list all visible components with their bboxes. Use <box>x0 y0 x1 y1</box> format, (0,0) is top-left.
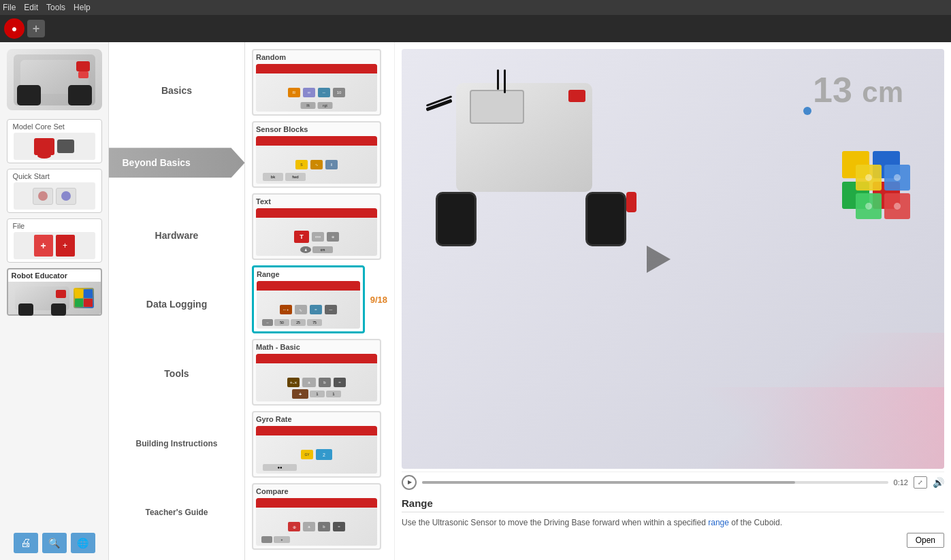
text-image: T ∞∞ ⊕ ♟ cm <box>256 208 377 256</box>
program-card-random[interactable]: Random R ∞ ↔ 10 lft rgt <box>252 49 381 116</box>
globe-icon-button[interactable]: 🌐 <box>71 533 95 553</box>
menu-file[interactable]: File <box>3 3 16 12</box>
desc-text-part1: Use the Ultrasonic Sensor to move the Dr… <box>402 518 708 527</box>
menu-help[interactable]: Help <box>74 3 91 12</box>
play-button[interactable] <box>402 475 417 490</box>
fullscreen-button[interactable]: ⤢ <box>914 476 927 489</box>
video-time: 0:12 <box>894 478 908 487</box>
gyro-rate-title: Gyro Rate <box>256 415 377 423</box>
nav-building-instructions[interactable]: Building Instructions <box>116 431 238 455</box>
video-area: 13 cm <box>402 49 944 469</box>
teachers-guide-label: Teacher's Guide <box>146 508 208 517</box>
program-card-text[interactable]: Text T ∞∞ ⊕ ♟ cm <box>252 193 381 260</box>
robot-illustration <box>422 63 640 253</box>
robot-image-inner <box>14 54 95 105</box>
file-label: File <box>10 222 25 230</box>
nav-beyond-basics-wrapper: Beyond Basics <box>109 148 245 178</box>
quick-start-icon <box>14 182 95 210</box>
model-core-set-label: Model Core Set <box>10 122 65 131</box>
fullscreen-icon: ⤢ <box>918 479 923 486</box>
random-image: R ∞ ↔ 10 lft rgt <box>256 64 377 112</box>
add-tab-button[interactable]: + <box>27 20 45 37</box>
nav-data-logging[interactable]: Data Logging <box>116 293 238 316</box>
decorative-gradient <box>672 333 944 469</box>
sidebar-card-model-core-set[interactable]: Model Core Set <box>7 119 102 163</box>
menu-bar: File Edit Tools Help <box>0 0 951 15</box>
main-layout: Model Core Set Quick Start File <box>0 42 951 560</box>
nav-tools[interactable]: Tools <box>116 362 238 385</box>
tools-label: Tools <box>164 368 189 379</box>
range-title: Range <box>257 270 360 278</box>
middle-section: Random R ∞ ↔ 10 lft rgt S <box>245 42 951 560</box>
data-logging-label: Data Logging <box>146 299 207 310</box>
dimension-unit: cm <box>862 76 903 108</box>
open-button[interactable]: Open <box>907 533 944 548</box>
dimension-display: 13 cm <box>813 69 903 110</box>
nav-beyond-basics[interactable]: Beyond Basics <box>109 148 245 178</box>
dimension-dot <box>803 107 811 115</box>
dimension-value: 13 <box>813 70 852 110</box>
program-card-compare[interactable]: Compare ⊕ a b = + <box>252 483 381 550</box>
print-icon: 🖨 <box>20 537 31 549</box>
robot-main-image <box>7 49 102 110</box>
toolbar: + <box>0 15 951 42</box>
file-icon: + + <box>14 232 95 259</box>
program-card-math-basic[interactable]: Math - Basic +-× a b = + 1 1 <box>252 339 381 406</box>
cuboid-blocks <box>835 144 924 233</box>
text-title: Text <box>256 197 377 205</box>
desc-text-part2: of the Cuboid. <box>729 518 782 527</box>
building-instructions-label: Building Instructions <box>136 439 218 448</box>
right-panel: 13 cm <box>395 42 951 560</box>
page-counter: 9/18 <box>370 295 387 305</box>
program-card-range[interactable]: Range ↔+ ∿ ≈ — ↔ 50 25 75 <box>252 265 365 333</box>
play-arrow-decoration <box>647 246 671 273</box>
left-sidebar: Model Core Set Quick Start File <box>0 42 109 560</box>
range-row: Range ↔+ ∿ ≈ — ↔ 50 25 75 <box>252 265 387 333</box>
search-icon-button[interactable]: 🔍 <box>42 533 67 553</box>
left-bottom-toolbar: 🖨 🔍 🌐 <box>14 533 95 553</box>
math-basic-image: +-× a b = + 1 1 <box>256 354 377 401</box>
program-list: Random R ∞ ↔ 10 lft rgt S <box>245 42 395 560</box>
basics-label: Basics <box>161 85 192 96</box>
search-icon: 🔍 <box>48 538 60 548</box>
range-image: ↔+ ∿ ≈ — ↔ 50 25 75 <box>257 281 360 329</box>
beyond-basics-label: Beyond Basics <box>123 157 191 168</box>
video-controls: 0:12 ⤢ 🔊 <box>402 472 944 492</box>
center-navigation: Basics Beyond Basics Hardware Data Loggi… <box>109 42 245 560</box>
print-icon-button[interactable]: 🖨 <box>14 533 38 553</box>
scrubber-fill <box>422 481 795 484</box>
volume-icon: 🔊 <box>933 477 944 488</box>
hardware-label: Hardware <box>155 230 199 241</box>
sensor-blocks-title: Sensor Blocks <box>256 125 377 133</box>
svg-point-8 <box>865 174 872 181</box>
robot-educator-label: Robot Educator <box>8 269 101 282</box>
compare-title: Compare <box>256 487 377 495</box>
nav-hardware[interactable]: Hardware <box>116 224 238 247</box>
random-title: Random <box>256 53 377 61</box>
video-scrubber[interactable] <box>422 481 888 484</box>
decorative-lines <box>402 387 944 469</box>
sidebar-card-robot-educator[interactable]: Robot Educator <box>7 268 102 316</box>
description-area: Range Use the Ultrasonic Sensor to move … <box>402 492 944 553</box>
menu-tools[interactable]: Tools <box>46 3 65 12</box>
program-card-sensor-blocks[interactable]: Sensor Blocks S ∿ II bk fwd <box>252 121 381 188</box>
desc-text-highlight: range <box>708 518 729 527</box>
description-text: Use the Ultrasonic Sensor to move the Dr… <box>402 516 944 529</box>
globe-icon: 🌐 <box>77 538 88 548</box>
app-logo-button[interactable] <box>4 18 25 39</box>
menu-edit[interactable]: Edit <box>24 3 38 12</box>
nav-teachers-guide[interactable]: Teacher's Guide <box>116 500 238 523</box>
compare-image: ⊕ a b = + <box>256 498 377 546</box>
program-card-gyro-rate[interactable]: Gyro Rate GY 2 ●● <box>252 411 381 478</box>
sidebar-card-quick-start[interactable]: Quick Start <box>7 169 102 213</box>
description-title: Range <box>402 497 944 512</box>
nav-basics[interactable]: Basics <box>116 79 238 102</box>
math-basic-title: Math - Basic <box>256 343 377 351</box>
robot-educator-image <box>8 282 101 314</box>
svg-point-9 <box>894 174 901 181</box>
volume-button[interactable]: 🔊 <box>933 477 944 488</box>
sidebar-card-file[interactable]: File + + <box>7 218 102 263</box>
svg-point-10 <box>865 203 872 210</box>
svg-point-11 <box>894 203 901 210</box>
quick-start-label: Quick Start <box>10 172 50 180</box>
